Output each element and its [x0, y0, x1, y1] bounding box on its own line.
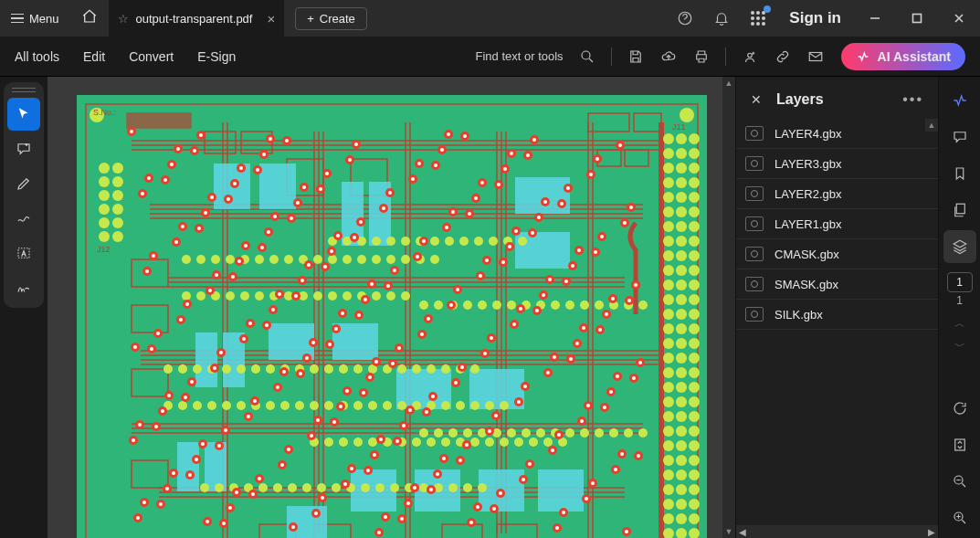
layer-row[interactable]: SMASK.gbx — [736, 269, 938, 300]
page-up-button[interactable]: ︿ — [951, 312, 969, 335]
scroll-down-arrow[interactable]: ▼ — [722, 525, 735, 538]
svg-point-462 — [174, 240, 178, 244]
layer-row[interactable]: LAYER3.gbx — [736, 149, 938, 179]
star-icon[interactable]: ☆ — [118, 12, 129, 26]
menu-button[interactable]: Menu — [0, 0, 70, 37]
svg-point-112 — [663, 411, 674, 422]
ai-panel-button[interactable] — [943, 84, 976, 117]
svg-point-70 — [663, 206, 674, 217]
svg-point-418 — [454, 381, 458, 385]
svg-point-94 — [663, 323, 674, 334]
svg-point-654 — [350, 467, 353, 470]
highlight-tool[interactable] — [7, 167, 40, 200]
tool-handle[interactable] — [12, 88, 36, 92]
layers-horizontal-scrollbar[interactable]: ◀ ▶ — [736, 525, 938, 538]
svg-point-566 — [397, 346, 401, 350]
maximize-button[interactable] — [896, 0, 938, 37]
document-viewport[interactable]: S.No.: Revision.:A J11 J12 12 ▲ ▼ — [47, 77, 735, 538]
svg-point-402 — [184, 396, 187, 399]
page-current-input[interactable]: 1 — [947, 272, 973, 292]
home-button[interactable] — [70, 8, 109, 28]
vertical-scrollbar[interactable]: ▲ ▼ — [722, 77, 735, 538]
layer-row[interactable]: LAYER1.gbx — [736, 209, 938, 239]
svg-point-644 — [181, 225, 184, 228]
esign-link[interactable]: E-Sign — [197, 49, 236, 64]
layers-menu-button[interactable]: ••• — [902, 91, 923, 108]
svg-point-368 — [632, 376, 636, 380]
svg-point-598 — [427, 317, 430, 321]
svg-point-606 — [562, 511, 565, 514]
svg-point-616 — [219, 351, 223, 354]
close-button[interactable] — [938, 0, 980, 37]
scroll-right-arrow[interactable]: ▶ — [925, 525, 938, 538]
scroll-left-arrow[interactable]: ◀ — [736, 525, 749, 538]
save-button[interactable] — [621, 42, 650, 71]
layer-row[interactable]: CMASK.gbx — [736, 239, 938, 269]
layer-row[interactable]: SILK.gbx — [736, 300, 938, 330]
svg-point-192 — [441, 364, 450, 374]
link-button[interactable] — [768, 42, 797, 71]
comments-panel-button[interactable] — [943, 121, 976, 153]
svg-point-722 — [476, 505, 479, 509]
svg-point-396 — [594, 250, 597, 254]
svg-point-280 — [470, 438, 479, 447]
all-tools-link[interactable]: All tools — [15, 49, 59, 64]
bookmarks-panel-button[interactable] — [943, 157, 976, 190]
svg-point-622 — [321, 496, 324, 500]
edit-link[interactable]: Edit — [83, 49, 105, 64]
svg-point-144 — [255, 255, 264, 264]
titlebar: Menu ☆ output-transparent.pdf × + Create… — [0, 0, 980, 37]
svg-point-125 — [676, 469, 687, 480]
svg-point-686 — [379, 438, 383, 441]
search-button[interactable] — [573, 42, 602, 71]
page-down-button[interactable]: ﹀ — [951, 335, 969, 358]
ai-assistant-button[interactable]: AI Assistant — [841, 43, 965, 70]
svg-point-289 — [448, 428, 458, 438]
select-tool[interactable] — [7, 98, 40, 131]
layer-row[interactable]: LAYER2.gbx — [736, 179, 938, 209]
svg-point-604 — [528, 462, 532, 466]
layers-scroll-up[interactable]: ▲ — [925, 119, 938, 132]
text-tool[interactable] — [7, 237, 40, 269]
svg-point-706 — [205, 520, 209, 523]
svg-rect-36 — [177, 442, 199, 491]
sign-tool[interactable] — [7, 271, 40, 304]
cloud-button[interactable] — [654, 42, 683, 71]
svg-point-382 — [357, 313, 361, 317]
svg-point-264 — [580, 301, 589, 310]
pages-panel-button[interactable] — [943, 194, 976, 227]
convert-link[interactable]: Convert — [129, 49, 174, 64]
svg-rect-7 — [127, 113, 191, 128]
svg-point-710 — [273, 215, 277, 218]
svg-point-684 — [345, 389, 349, 393]
print-button[interactable] — [687, 42, 716, 71]
document-tab[interactable]: ☆ output-transparent.pdf × — [109, 0, 285, 37]
svg-point-278 — [441, 438, 450, 447]
notifications-button[interactable] — [703, 0, 740, 37]
signin-button[interactable]: Sign in — [776, 9, 854, 27]
scroll-up-arrow[interactable]: ▲ — [722, 77, 735, 90]
minimize-button[interactable] — [854, 0, 896, 37]
draw-tool[interactable] — [7, 202, 40, 235]
comment-tool[interactable] — [7, 132, 40, 165]
create-button[interactable]: + Create — [295, 7, 367, 30]
rotate-button[interactable] — [943, 392, 976, 425]
apps-button[interactable] — [740, 0, 776, 37]
layers-close-button[interactable]: ✕ — [751, 92, 762, 107]
layers-panel-button[interactable] — [943, 230, 976, 263]
share-button[interactable] — [735, 42, 764, 71]
svg-point-524 — [199, 133, 203, 137]
layer-row[interactable]: LAYER4.gbx — [736, 119, 938, 149]
zoom-in-button[interactable] — [943, 501, 976, 534]
zoom-out-button[interactable] — [943, 465, 976, 498]
svg-point-186 — [353, 364, 363, 374]
svg-point-146 — [284, 255, 293, 264]
svg-point-297 — [565, 428, 574, 438]
email-button[interactable] — [801, 42, 830, 71]
svg-point-516 — [575, 342, 579, 345]
svg-point-148 — [313, 255, 322, 264]
help-button[interactable] — [667, 0, 703, 37]
fit-button[interactable] — [943, 428, 976, 461]
svg-point-258 — [492, 301, 501, 310]
tab-close-button[interactable]: × — [267, 11, 275, 26]
